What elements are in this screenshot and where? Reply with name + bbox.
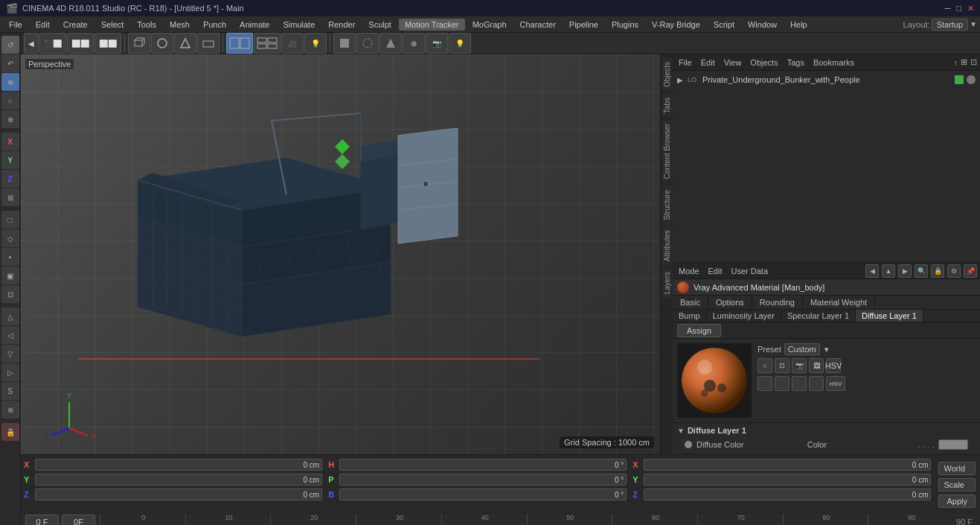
- pos-y-input[interactable]: [35, 474, 322, 486]
- sidebar-tool6[interactable]: ⊛: [1, 401, 19, 419]
- menu-tools[interactable]: Tools: [131, 19, 162, 31]
- menu-select[interactable]: Select: [95, 19, 130, 31]
- scale-mode-btn[interactable]: Scale: [938, 478, 976, 491]
- menu-file[interactable]: File: [3, 19, 28, 31]
- obj-menu-edit[interactable]: Edit: [698, 57, 718, 68]
- attr-nav-search[interactable]: 🔍: [915, 264, 928, 278]
- sidebar-scene[interactable]: ⊡: [1, 285, 19, 303]
- sidebar-tool5[interactable]: S: [1, 382, 19, 400]
- sidebar-y[interactable]: Y: [1, 151, 19, 169]
- display-btn3[interactable]: [379, 33, 402, 54]
- scale-z-input[interactable]: [644, 489, 931, 500]
- obj-header-icon3[interactable]: ⊡: [970, 57, 977, 67]
- mat-ctrl-btn6[interactable]: [758, 376, 772, 391]
- render-btn3[interactable]: ⬜⬜: [67, 33, 94, 54]
- scale-y-input[interactable]: [644, 474, 931, 486]
- sidebar-all-axis[interactable]: ⊞: [1, 188, 19, 206]
- close-button[interactable]: ✕: [967, 4, 974, 13]
- sidebar-undo[interactable]: ↶: [1, 54, 19, 72]
- mat-tab-basic[interactable]: Basic: [673, 296, 708, 309]
- attr-menu-mode[interactable]: Mode: [676, 266, 702, 276]
- mat-ctrl-hsv[interactable]: HSV: [826, 376, 845, 391]
- display-btn2[interactable]: [356, 33, 379, 54]
- obj-menu-bookmarks[interactable]: Bookmarks: [810, 57, 857, 68]
- menu-create[interactable]: Create: [57, 19, 94, 31]
- attr-nav-back[interactable]: ◀: [865, 264, 879, 278]
- rot-h-input[interactable]: [339, 459, 627, 471]
- menu-pipeline[interactable]: Pipeline: [563, 19, 604, 31]
- obj-menu-objects[interactable]: Objects: [747, 57, 781, 68]
- view2-btn[interactable]: [254, 33, 281, 54]
- render-btn4[interactable]: ⬜⬜: [95, 33, 121, 54]
- sidebar-point[interactable]: •: [1, 248, 19, 266]
- layer-expand-icon[interactable]: ▼: [677, 427, 685, 435]
- sphere-btn[interactable]: [151, 33, 173, 54]
- sidebar-object[interactable]: ▣: [1, 267, 19, 284]
- mat-ctrl-btn1[interactable]: ○: [758, 358, 772, 373]
- plane-btn[interactable]: [197, 33, 220, 54]
- display-btn6[interactable]: 💡: [449, 33, 471, 54]
- color-swatch[interactable]: [938, 439, 968, 450]
- scale-x-input[interactable]: [644, 459, 931, 471]
- menu-window[interactable]: Window: [742, 19, 783, 31]
- display-btn1[interactable]: [333, 33, 356, 54]
- diffuse-color-toggle[interactable]: [685, 441, 692, 448]
- menu-script[interactable]: Script: [708, 19, 740, 31]
- viewport-3d-canvas[interactable]: Perspective: [21, 54, 660, 454]
- obj-header-icon1[interactable]: ↑: [954, 58, 958, 67]
- vtab-attributes[interactable]: Attributes: [662, 226, 673, 266]
- attr-menu-edit[interactable]: Edit: [705, 266, 726, 276]
- attr-nav-settings[interactable]: ⚙: [947, 264, 961, 278]
- menu-animate[interactable]: Animate: [234, 19, 275, 31]
- vtab-tabs[interactable]: Tabs: [662, 93, 673, 118]
- mat-ctrl-btn7[interactable]: [775, 376, 790, 391]
- obj-menu-view[interactable]: View: [721, 57, 745, 68]
- mat-ctrl-btn2[interactable]: ⊡: [775, 358, 790, 373]
- sidebar-lock[interactable]: 🔒: [1, 423, 19, 441]
- rot-b-input[interactable]: [339, 489, 627, 500]
- sidebar-tool3[interactable]: ▽: [1, 345, 19, 363]
- menu-plugins[interactable]: Plugins: [606, 19, 644, 31]
- cone-btn[interactable]: [174, 33, 196, 54]
- mat-ctrl-btn4[interactable]: 🖼: [809, 358, 824, 373]
- frame-input-2[interactable]: [62, 515, 95, 526]
- obj-menu-file[interactable]: File: [676, 57, 695, 68]
- layout-value[interactable]: Startup: [932, 19, 968, 31]
- preset-dropdown[interactable]: Custom: [784, 343, 820, 355]
- object-visibility-icon[interactable]: [955, 75, 964, 84]
- mat-subtab-bump[interactable]: Bump: [673, 310, 707, 322]
- viewport-3d[interactable]: View Cameras Display Options Filter Pane…: [21, 54, 660, 454]
- menu-punch[interactable]: Punch: [197, 19, 232, 31]
- menu-sculpt[interactable]: Sculpt: [362, 19, 397, 31]
- attr-nav-up[interactable]: ▲: [882, 264, 895, 278]
- menu-mograph[interactable]: MoGraph: [467, 19, 513, 31]
- sidebar-tool1[interactable]: △: [1, 308, 19, 325]
- mat-subtab-diffuse[interactable]: Diffuse Layer 1: [856, 310, 923, 322]
- menu-motion-tracker[interactable]: Motion Tracker: [399, 19, 465, 31]
- layout-dropdown-icon[interactable]: ▼: [970, 20, 977, 28]
- mat-tab-rounding[interactable]: Rounding: [752, 296, 803, 309]
- light-btn[interactable]: 💡: [304, 33, 327, 54]
- menu-simulate[interactable]: Simulate: [277, 19, 321, 31]
- object-row-bunker[interactable]: ▶ LO Private_Underground_Bunker_with_Peo…: [673, 71, 980, 89]
- pos-z-input[interactable]: [35, 489, 322, 500]
- sidebar-redo[interactable]: ⊕: [1, 73, 19, 91]
- camera-btn[interactable]: 🎥: [281, 33, 304, 54]
- sidebar-scale[interactable]: ⊕: [1, 110, 19, 128]
- assign-button[interactable]: Assign: [677, 324, 721, 337]
- sidebar-select-tool[interactable]: ↺: [1, 36, 19, 54]
- menu-help[interactable]: Help: [784, 19, 813, 31]
- vtab-content-browser[interactable]: Content Browser: [662, 119, 673, 183]
- vtab-objects[interactable]: Objects: [662, 57, 673, 92]
- vtab-structure[interactable]: Structure: [662, 185, 673, 225]
- title-bar-controls[interactable]: ─ □ ✕: [945, 4, 974, 13]
- mat-subtab-luminosity[interactable]: Luminosity Layer: [707, 310, 781, 322]
- render-btn[interactable]: ◀: [24, 33, 39, 54]
- sidebar-polygon[interactable]: □: [1, 211, 19, 229]
- vtab-layers[interactable]: Layers: [662, 267, 673, 299]
- cube-btn[interactable]: [128, 33, 150, 54]
- mat-ctrl-btn9[interactable]: [809, 376, 824, 391]
- maximize-button[interactable]: □: [956, 4, 961, 13]
- attr-nav-pin[interactable]: 📌: [964, 264, 977, 278]
- preset-dropdown-arrow[interactable]: ▼: [823, 346, 830, 354]
